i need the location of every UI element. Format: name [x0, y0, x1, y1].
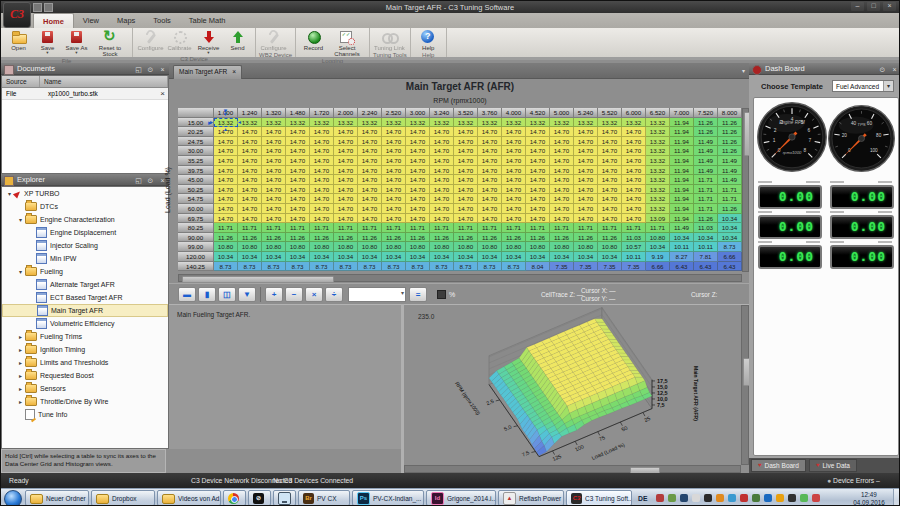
table-cell[interactable]: 11.03 [622, 233, 646, 243]
table-cell[interactable]: 14.70 [622, 146, 646, 156]
table-vertical-scrollbar[interactable] [742, 108, 749, 272]
table-cell[interactable]: 11.49 [694, 137, 718, 147]
language-indicator[interactable]: DE [638, 495, 647, 502]
tree-expander-icon[interactable]: ▸ [16, 346, 25, 353]
pin-icon[interactable]: ⊙ [878, 64, 887, 76]
table-cell[interactable]: 14.70 [310, 156, 334, 166]
column-header-6.000[interactable]: 6.000 [622, 108, 646, 118]
table-cell[interactable]: 14.70 [358, 214, 382, 224]
table-cell[interactable]: 14.70 [358, 175, 382, 185]
table-cell[interactable]: 14.70 [286, 156, 310, 166]
tree-expander-icon[interactable]: ▾ [16, 216, 25, 223]
table-cell[interactable]: 13.32 [646, 204, 670, 214]
document-close-icon[interactable]: × [156, 88, 165, 99]
table-cell[interactable]: 14.70 [382, 146, 406, 156]
table-cell[interactable]: 8.73 [214, 262, 238, 272]
table-cell[interactable]: 14.70 [382, 204, 406, 214]
table-cell[interactable]: 11.26 [550, 233, 574, 243]
tab-main-target-afr[interactable]: Main Target AFR × [173, 65, 242, 79]
help-button[interactable]: Help [414, 29, 443, 51]
column-header-2.240[interactable]: 2.240 [358, 108, 382, 118]
taskbar-item-videos-von-ad-[interactable]: Videos von Ad... [157, 490, 221, 506]
table-cell[interactable]: 11.71 [334, 223, 358, 233]
tree-expander-icon[interactable]: ▸ [16, 333, 25, 340]
table-cell[interactable]: 14.70 [286, 175, 310, 185]
tree-item-xp-turbo[interactable]: ▾XP TURBO [2, 187, 168, 200]
table-cell[interactable]: 14.70 [286, 194, 310, 204]
table-cell[interactable]: 14.70 [526, 166, 550, 176]
table-cell[interactable]: 14.70 [478, 146, 502, 156]
table-cell[interactable]: 14.70 [526, 175, 550, 185]
ribbon-tab-view[interactable]: View [74, 13, 108, 28]
table-cell[interactable]: 10.34 [382, 252, 406, 262]
column-header-7.000[interactable]: 7.000 [670, 108, 694, 118]
tree-expander-icon[interactable]: ▸ [16, 398, 25, 405]
tree-item-injector-scaling[interactable]: Injector Scaling [2, 239, 168, 252]
table-cell[interactable]: 14.70 [430, 214, 454, 224]
table-cell[interactable]: 14.70 [430, 127, 454, 137]
table-cell[interactable]: 14.70 [526, 127, 550, 137]
tree-item-engine-characterization[interactable]: ▾Engine Characterization [2, 213, 168, 226]
column-header-5.240[interactable]: 5.240 [574, 108, 598, 118]
table-cell[interactable]: 14.70 [430, 175, 454, 185]
table-cell[interactable]: 11.26 [502, 233, 526, 243]
table-cell[interactable]: 14.70 [502, 127, 526, 137]
table-cell[interactable]: 10.80 [550, 242, 574, 252]
table-cell[interactable]: 11.49 [694, 146, 718, 156]
tree-item-min-ipw[interactable]: Min IPW [2, 252, 168, 265]
table-tool-button-2[interactable]: ▮ [198, 287, 216, 302]
table-cell[interactable]: 8.73 [358, 262, 382, 272]
table-cell[interactable]: 10.34 [214, 252, 238, 262]
table-math-button-3[interactable]: × [305, 287, 323, 302]
tree-expander-icon[interactable]: ▾ [16, 268, 25, 275]
table-cell[interactable]: 11.94 [670, 137, 694, 147]
table-cell[interactable]: 14.70 [454, 194, 478, 204]
table-cell[interactable]: 14.70 [526, 194, 550, 204]
table-cell[interactable]: 14.70 [574, 185, 598, 195]
table-cell[interactable]: 11.49 [718, 156, 742, 166]
table-cell[interactable]: 11.26 [454, 233, 478, 243]
close-button[interactable]: × [883, 2, 896, 11]
table-cell[interactable]: 11.71 [718, 194, 742, 204]
table-cell[interactable]: 6.66 [718, 252, 742, 262]
table-cell[interactable]: 14.70 [334, 146, 358, 156]
table-cell[interactable]: 11.49 [670, 223, 694, 233]
table-cell[interactable]: 14.70 [358, 166, 382, 176]
table-cell[interactable]: 13.32 [430, 118, 454, 128]
table-cell[interactable]: 14.70 [526, 156, 550, 166]
table-cell[interactable]: 10.80 [406, 242, 430, 252]
table-cell[interactable]: 14.70 [310, 175, 334, 185]
documents-col-name[interactable]: Name [40, 76, 168, 87]
table-cell[interactable]: 10.80 [382, 242, 406, 252]
table-cell[interactable]: 13.32 [502, 118, 526, 128]
table-cell[interactable]: 14.70 [334, 137, 358, 147]
table-cell[interactable]: 11.26 [598, 233, 622, 243]
table-cell[interactable]: 14.70 [406, 146, 430, 156]
quick-access-toolbar[interactable] [33, 3, 53, 12]
table-cell[interactable]: 14.70 [238, 137, 262, 147]
column-header-2.520[interactable]: 2.520 [382, 108, 406, 118]
receive-button[interactable]: Receive▾ [194, 29, 223, 55]
taskbar-clock[interactable]: 12:49 04.09.2016 [847, 491, 891, 506]
maximize-button[interactable]: □ [867, 2, 880, 11]
plot-vertical-scrollbar[interactable] [741, 305, 749, 465]
table-cell[interactable]: 14.70 [238, 204, 262, 214]
table-cell[interactable]: 13.32 [358, 118, 382, 128]
table-cell[interactable]: 14.70 [406, 214, 430, 224]
ribbon-tab-maps[interactable]: Maps [108, 13, 144, 28]
table-tool-button-1[interactable]: ▬ [178, 287, 196, 302]
table-cell[interactable]: 10.34 [718, 233, 742, 243]
tree-expander-icon[interactable]: ▸ [16, 359, 25, 366]
table-cell[interactable]: 14.70 [238, 166, 262, 176]
table-cell[interactable]: 14.70 [334, 166, 358, 176]
tree-item-fueling-trims[interactable]: ▸Fueling Trims [2, 330, 168, 343]
table-cell[interactable]: 11.71 [694, 185, 718, 195]
table-cell[interactable]: 14.70 [262, 156, 286, 166]
column-header-3.000[interactable]: 3.000 [406, 108, 430, 118]
table-cell[interactable]: 14.70 [430, 204, 454, 214]
table-cell[interactable]: 14.70 [622, 214, 646, 224]
table-cell[interactable]: 14.70 [526, 214, 550, 224]
tree-item-tune-info[interactable]: Tune Info [2, 408, 168, 421]
table-cell[interactable]: 7.81 [694, 252, 718, 262]
table-cell[interactable]: 14.70 [334, 214, 358, 224]
